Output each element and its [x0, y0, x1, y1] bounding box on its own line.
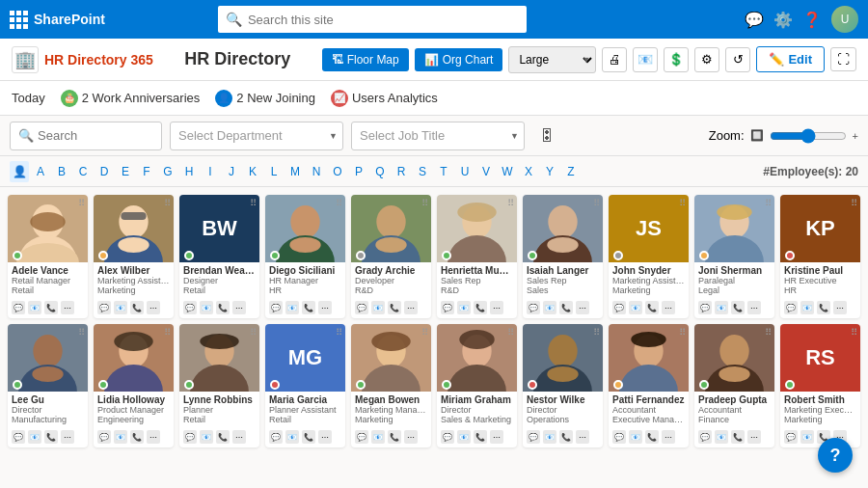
zoom-slider[interactable] [770, 128, 847, 144]
alpha-btn-r[interactable]: R [392, 161, 411, 182]
chat-btn[interactable]: 💬 [97, 301, 111, 314]
email-btn[interactable]: 📧 [114, 301, 127, 314]
chat-btn[interactable]: 💬 [269, 430, 283, 444]
chat-icon[interactable]: 💬 [745, 11, 764, 29]
more-btn[interactable]: ⋯ [490, 430, 503, 444]
today-item[interactable]: Today [12, 91, 45, 105]
employee-card[interactable]: ⠿ Miriam Graham Director Sales & Marketi… [437, 324, 517, 447]
more-btn[interactable]: ⋯ [318, 301, 332, 314]
job-select-wrapper[interactable]: Select Job Title [351, 122, 525, 150]
top-search-input[interactable] [248, 13, 519, 27]
more-icon[interactable]: ↺ [725, 47, 750, 72]
alpha-btn-k[interactable]: K [243, 161, 262, 182]
call-btn[interactable]: 📞 [731, 430, 745, 444]
expand-button[interactable]: ⛶ [830, 47, 856, 71]
call-btn[interactable]: 📞 [216, 301, 230, 314]
alpha-btn-i[interactable]: I [201, 161, 220, 182]
employee-card[interactable]: ⠿ Lynne Robbins Planner Retail 💬 📧 📞 ⋯ [179, 324, 259, 447]
more-btn[interactable]: ⋯ [747, 430, 761, 444]
chat-btn[interactable]: 💬 [12, 430, 25, 444]
new-joining-item[interactable]: 👤 2 New Joining [215, 90, 315, 107]
email-btn[interactable]: 📧 [800, 301, 814, 314]
alpha-btn-q[interactable]: Q [370, 161, 390, 182]
refresh-icon[interactable]: ⚙ [694, 47, 719, 72]
chat-btn[interactable]: 💬 [183, 301, 197, 314]
call-btn[interactable]: 📞 [559, 301, 573, 314]
dept-select[interactable]: Select Department [170, 122, 343, 150]
chat-btn[interactable]: 💬 [612, 301, 626, 314]
alpha-btn-a[interactable]: A [31, 161, 50, 182]
job-select[interactable]: Select Job Title [351, 122, 525, 150]
analytics-item[interactable]: 📈 Users Analytics [331, 90, 438, 107]
email-btn[interactable]: 📧 [457, 430, 471, 444]
employee-card[interactable]: BW ⠿ Brendan Weaver Designer Retail 💬 📧 … [179, 195, 259, 318]
more-btn[interactable]: ⋯ [232, 301, 246, 314]
alpha-btn-m[interactable]: M [285, 161, 305, 182]
email-btn[interactable]: 📧 [285, 301, 299, 314]
email-btn[interactable]: 📧 [629, 430, 642, 444]
chat-btn[interactable]: 💬 [355, 301, 368, 314]
chat-btn[interactable]: 💬 [97, 430, 111, 444]
more-btn[interactable]: ⋯ [662, 430, 675, 444]
call-btn[interactable]: 📞 [474, 301, 487, 314]
employee-card[interactable]: JS ⠿ John Snyder Marketing Assistant Mar… [609, 195, 689, 318]
export-icon[interactable]: 📧 [633, 47, 658, 72]
chat-btn[interactable]: 💬 [269, 301, 283, 314]
employee-card[interactable]: ⠿ Adele Vance Retail Manager Retail 💬 📧 … [8, 195, 88, 318]
user-avatar[interactable]: U [831, 6, 858, 33]
call-btn[interactable]: 📞 [302, 301, 315, 314]
call-btn[interactable]: 📞 [388, 301, 401, 314]
person-filter-btn[interactable]: 👤 [10, 161, 29, 182]
size-select-wrapper[interactable]: Small Medium Large X-Large [508, 46, 596, 73]
floor-map-button[interactable]: 🏗 Floor Map [322, 48, 409, 71]
more-btn[interactable]: ⋯ [833, 301, 847, 314]
employee-card[interactable]: ⠿ Nestor Wilke Director Operations 💬 📧 📞… [523, 324, 603, 447]
chat-btn[interactable]: 💬 [784, 301, 798, 314]
employee-card[interactable]: ⠿ Alex Wilber Marketing Assistant Market… [94, 195, 174, 318]
employee-card[interactable]: ⠿ Lidia Holloway Product Manager Enginee… [94, 324, 174, 447]
call-btn[interactable]: 📞 [645, 301, 659, 314]
email-btn[interactable]: 📧 [543, 301, 556, 314]
call-btn[interactable]: 📞 [559, 430, 573, 444]
chat-btn[interactable]: 💬 [12, 301, 25, 314]
alpha-btn-o[interactable]: O [328, 161, 347, 182]
more-btn[interactable]: ⋯ [318, 430, 332, 444]
employee-card[interactable]: ⠿ Lee Gu Director Manufacturing 💬 📧 📞 ⋯ [8, 324, 88, 447]
top-search-bar[interactable]: 🔍 [218, 6, 527, 33]
filter-icon[interactable]: 🎛 [532, 122, 561, 150]
alpha-btn-f[interactable]: F [137, 161, 156, 182]
call-btn[interactable]: 📞 [731, 301, 745, 314]
search-input-wrap[interactable]: 🔍 [10, 122, 162, 150]
alpha-btn-g[interactable]: G [158, 161, 177, 182]
call-btn[interactable]: 📞 [302, 430, 315, 444]
employee-card[interactable]: ⠿ Isaiah Langer Sales Rep Sales 💬 📧 📞 ⋯ [523, 195, 603, 318]
call-btn[interactable]: 📞 [645, 430, 659, 444]
email-btn[interactable]: 📧 [371, 430, 385, 444]
org-chart-button[interactable]: 📊 Org Chart [415, 48, 503, 71]
alpha-btn-j[interactable]: J [222, 161, 241, 182]
employee-card[interactable]: ⠿ Patti Fernandez Accountant Executive M… [609, 324, 689, 447]
email-btn[interactable]: 📧 [543, 430, 556, 444]
chat-btn[interactable]: 💬 [698, 430, 712, 444]
employee-card[interactable]: ⠿ Megan Bowen Marketing Manager Marketin… [351, 324, 431, 447]
settings-icon[interactable]: ⚙️ [773, 11, 793, 29]
employee-card[interactable]: KP ⠿ Kristine Paul HR Executive HR 💬 📧 📞… [780, 195, 860, 318]
more-btn[interactable]: ⋯ [662, 301, 675, 314]
more-btn[interactable]: ⋯ [747, 301, 761, 314]
email-btn[interactable]: 📧 [629, 301, 642, 314]
alpha-btn-d[interactable]: D [95, 161, 114, 182]
alpha-btn-u[interactable]: U [455, 161, 475, 182]
employee-card[interactable]: MG ⠿ Maria Garcia Planner Assistant Reta… [265, 324, 345, 447]
email-btn[interactable]: 📧 [371, 301, 385, 314]
employee-card[interactable]: ⠿ Henrietta Mueller Sales Rep R&D 💬 📧 📞 … [437, 195, 517, 318]
more-btn[interactable]: ⋯ [404, 301, 418, 314]
call-btn[interactable]: 📞 [130, 301, 144, 314]
more-btn[interactable]: ⋯ [61, 430, 74, 444]
chat-btn[interactable]: 💬 [612, 430, 626, 444]
currency-icon[interactable]: 💲 [664, 47, 689, 72]
alpha-btn-b[interactable]: B [52, 161, 71, 182]
edit-button[interactable]: ✏️ Edit [756, 46, 825, 72]
more-btn[interactable]: ⋯ [404, 430, 418, 444]
call-btn[interactable]: 📞 [817, 301, 830, 314]
more-btn[interactable]: ⋯ [232, 430, 246, 444]
